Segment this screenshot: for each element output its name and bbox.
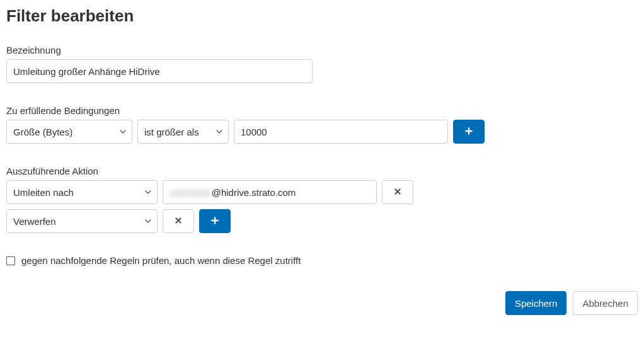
actions-label: Auszuführende Aktion: [6, 166, 638, 176]
remove-action-button[interactable]: [382, 180, 413, 204]
stop-processing-label: gegen nachfolgende Regeln prüfen, auch w…: [21, 255, 301, 266]
condition-operator-select[interactable]: ist größer als: [137, 120, 229, 144]
cancel-button[interactable]: Abbrechen: [573, 291, 638, 315]
action-select[interactable]: Umleiten nach: [6, 180, 158, 204]
stop-processing-checkbox[interactable]: [6, 256, 15, 265]
close-icon: [174, 216, 183, 227]
plus-icon: [210, 216, 219, 227]
redacted-username: username: [170, 187, 212, 198]
conditions-label: Zu erfüllende Bedingungen: [6, 105, 638, 116]
save-button[interactable]: Speichern: [505, 291, 567, 315]
add-condition-button[interactable]: [453, 120, 485, 144]
page-title: Filter bearbeiten: [6, 6, 638, 26]
action-value-suffix: @hidrive.strato.com: [212, 187, 296, 198]
name-input[interactable]: [6, 59, 313, 83]
close-icon: [393, 187, 402, 198]
condition-field-select[interactable]: Größe (Bytes): [6, 120, 132, 144]
remove-action-button[interactable]: [163, 209, 194, 233]
action-row: Umleiten nach username@hidrive.strato.co…: [6, 180, 638, 204]
action-value-input[interactable]: username@hidrive.strato.com: [163, 180, 377, 204]
condition-value-input[interactable]: [234, 120, 448, 144]
action-select[interactable]: Verwerfen: [6, 209, 158, 233]
add-action-button[interactable]: [199, 209, 231, 233]
plus-icon: [464, 127, 473, 137]
name-label: Bezeichnung: [6, 45, 638, 55]
condition-row: Größe (Bytes) ist größer als: [6, 120, 638, 144]
action-row: Verwerfen: [6, 209, 638, 233]
